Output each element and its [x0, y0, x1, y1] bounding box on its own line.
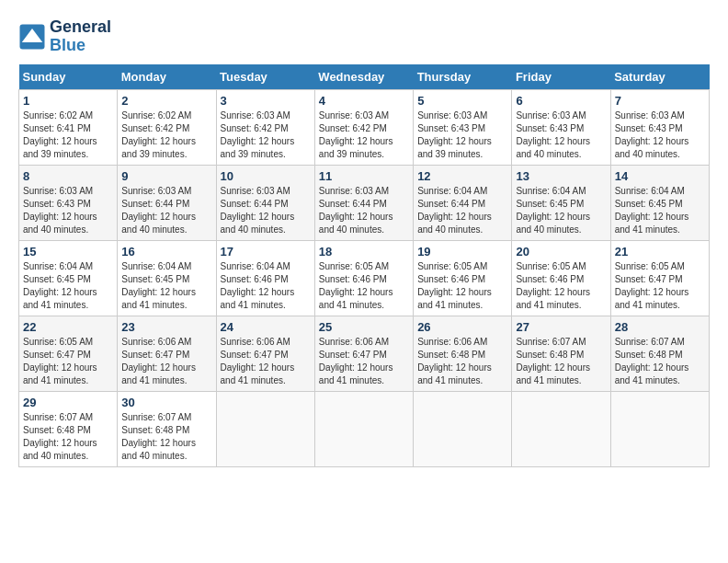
day-number: 26: [417, 320, 507, 334]
weekday-header-sunday: Sunday: [19, 64, 118, 90]
header: GeneralBlue: [18, 18, 710, 55]
weekday-header-friday: Friday: [512, 64, 610, 90]
day-number: 1: [23, 94, 113, 108]
calendar-cell: 23Sunrise: 6:06 AM Sunset: 6:47 PM Dayli…: [118, 316, 216, 391]
day-number: 28: [615, 320, 705, 334]
day-info: Sunrise: 6:03 AM Sunset: 6:43 PM Dayligh…: [615, 109, 705, 161]
calendar-cell: 2Sunrise: 6:02 AM Sunset: 6:42 PM Daylig…: [118, 89, 216, 165]
day-info: Sunrise: 6:02 AM Sunset: 6:42 PM Dayligh…: [121, 109, 211, 161]
calendar-cell: 4Sunrise: 6:03 AM Sunset: 6:42 PM Daylig…: [314, 89, 413, 165]
day-info: Sunrise: 6:03 AM Sunset: 6:43 PM Dayligh…: [23, 185, 113, 236]
day-number: 3: [221, 94, 311, 108]
day-info: Sunrise: 6:02 AM Sunset: 6:41 PM Dayligh…: [23, 109, 113, 161]
calendar-cell: [414, 391, 512, 466]
day-number: 25: [319, 320, 409, 334]
day-info: Sunrise: 6:04 AM Sunset: 6:45 PM Dayligh…: [615, 185, 705, 236]
weekday-header-wednesday: Wednesday: [314, 64, 413, 90]
weekday-header-row: SundayMondayTuesdayWednesdayThursdayFrid…: [19, 64, 710, 90]
calendar-week-row: 8Sunrise: 6:03 AM Sunset: 6:43 PM Daylig…: [19, 165, 710, 240]
day-info: Sunrise: 6:04 AM Sunset: 6:46 PM Dayligh…: [221, 260, 311, 312]
calendar-cell: 11Sunrise: 6:03 AM Sunset: 6:44 PM Dayli…: [314, 165, 413, 240]
calendar-week-row: 1Sunrise: 6:02 AM Sunset: 6:41 PM Daylig…: [19, 89, 710, 165]
day-number: 29: [23, 396, 113, 409]
calendar-cell: 3Sunrise: 6:03 AM Sunset: 6:42 PM Daylig…: [216, 89, 314, 165]
day-info: Sunrise: 6:06 AM Sunset: 6:48 PM Dayligh…: [417, 336, 507, 387]
day-number: 18: [319, 245, 409, 259]
weekday-header-tuesday: Tuesday: [216, 64, 314, 90]
weekday-header-monday: Monday: [118, 64, 216, 90]
calendar-cell: 22Sunrise: 6:05 AM Sunset: 6:47 PM Dayli…: [19, 316, 118, 391]
day-number: 30: [121, 396, 211, 409]
day-info: Sunrise: 6:06 AM Sunset: 6:47 PM Dayligh…: [319, 336, 409, 387]
day-info: Sunrise: 6:06 AM Sunset: 6:47 PM Dayligh…: [221, 336, 311, 387]
day-number: 4: [319, 94, 409, 108]
day-info: Sunrise: 6:07 AM Sunset: 6:48 PM Dayligh…: [615, 336, 705, 387]
day-number: 6: [516, 94, 606, 108]
day-info: Sunrise: 6:07 AM Sunset: 6:48 PM Dayligh…: [121, 411, 211, 463]
calendar-cell: 12Sunrise: 6:04 AM Sunset: 6:44 PM Dayli…: [414, 165, 512, 240]
calendar-table: SundayMondayTuesdayWednesdayThursdayFrid…: [18, 64, 710, 467]
calendar-cell: 1Sunrise: 6:02 AM Sunset: 6:41 PM Daylig…: [19, 89, 118, 165]
calendar-cell: [216, 391, 314, 466]
day-number: 27: [516, 320, 606, 334]
day-info: Sunrise: 6:05 AM Sunset: 6:47 PM Dayligh…: [23, 336, 113, 387]
calendar-cell: 18Sunrise: 6:05 AM Sunset: 6:46 PM Dayli…: [314, 240, 413, 316]
day-number: 7: [615, 94, 705, 108]
calendar-cell: [314, 391, 413, 466]
day-number: 13: [516, 169, 606, 183]
day-info: Sunrise: 6:07 AM Sunset: 6:48 PM Dayligh…: [516, 336, 606, 387]
calendar-cell: 25Sunrise: 6:06 AM Sunset: 6:47 PM Dayli…: [314, 316, 413, 391]
day-info: Sunrise: 6:06 AM Sunset: 6:47 PM Dayligh…: [121, 336, 211, 387]
day-info: Sunrise: 6:03 AM Sunset: 6:44 PM Dayligh…: [121, 185, 211, 236]
day-info: Sunrise: 6:04 AM Sunset: 6:45 PM Dayligh…: [516, 185, 606, 236]
day-number: 8: [23, 169, 113, 183]
calendar-cell: 13Sunrise: 6:04 AM Sunset: 6:45 PM Dayli…: [512, 165, 610, 240]
day-number: 16: [121, 245, 211, 259]
day-number: 10: [221, 169, 311, 183]
calendar-cell: 5Sunrise: 6:03 AM Sunset: 6:43 PM Daylig…: [414, 89, 512, 165]
day-number: 17: [221, 245, 311, 259]
calendar-cell: 8Sunrise: 6:03 AM Sunset: 6:43 PM Daylig…: [19, 165, 118, 240]
day-info: Sunrise: 6:05 AM Sunset: 6:46 PM Dayligh…: [516, 260, 606, 312]
calendar-cell: 6Sunrise: 6:03 AM Sunset: 6:43 PM Daylig…: [512, 89, 610, 165]
calendar-week-row: 29Sunrise: 6:07 AM Sunset: 6:48 PM Dayli…: [19, 391, 710, 466]
day-number: 23: [121, 320, 211, 334]
calendar-cell: 24Sunrise: 6:06 AM Sunset: 6:47 PM Dayli…: [216, 316, 314, 391]
calendar-cell: 7Sunrise: 6:03 AM Sunset: 6:43 PM Daylig…: [610, 89, 709, 165]
calendar-body: 1Sunrise: 6:02 AM Sunset: 6:41 PM Daylig…: [19, 89, 710, 466]
calendar-cell: 27Sunrise: 6:07 AM Sunset: 6:48 PM Dayli…: [512, 316, 610, 391]
day-info: Sunrise: 6:05 AM Sunset: 6:46 PM Dayligh…: [417, 260, 507, 312]
calendar-cell: 26Sunrise: 6:06 AM Sunset: 6:48 PM Dayli…: [414, 316, 512, 391]
calendar-cell: 17Sunrise: 6:04 AM Sunset: 6:46 PM Dayli…: [216, 240, 314, 316]
day-info: Sunrise: 6:04 AM Sunset: 6:45 PM Dayligh…: [23, 260, 113, 312]
calendar-cell: 16Sunrise: 6:04 AM Sunset: 6:45 PM Dayli…: [118, 240, 216, 316]
calendar-cell: [610, 391, 709, 466]
logo-icon: [18, 23, 46, 51]
day-number: 11: [319, 169, 409, 183]
day-number: 24: [221, 320, 311, 334]
day-number: 5: [417, 94, 507, 108]
calendar-cell: [512, 391, 610, 466]
day-info: Sunrise: 6:05 AM Sunset: 6:47 PM Dayligh…: [615, 260, 705, 312]
day-info: Sunrise: 6:03 AM Sunset: 6:42 PM Dayligh…: [221, 109, 311, 161]
day-info: Sunrise: 6:05 AM Sunset: 6:46 PM Dayligh…: [319, 260, 409, 312]
day-info: Sunrise: 6:04 AM Sunset: 6:44 PM Dayligh…: [417, 185, 507, 236]
calendar-week-row: 22Sunrise: 6:05 AM Sunset: 6:47 PM Dayli…: [19, 316, 710, 391]
calendar-cell: 15Sunrise: 6:04 AM Sunset: 6:45 PM Dayli…: [19, 240, 118, 316]
day-info: Sunrise: 6:03 AM Sunset: 6:42 PM Dayligh…: [319, 109, 409, 161]
calendar-cell: 28Sunrise: 6:07 AM Sunset: 6:48 PM Dayli…: [610, 316, 709, 391]
day-info: Sunrise: 6:03 AM Sunset: 6:44 PM Dayligh…: [319, 185, 409, 236]
weekday-header-thursday: Thursday: [414, 64, 512, 90]
day-number: 12: [417, 169, 507, 183]
day-number: 2: [121, 94, 211, 108]
day-number: 21: [615, 245, 705, 259]
day-info: Sunrise: 6:07 AM Sunset: 6:48 PM Dayligh…: [23, 411, 113, 463]
day-info: Sunrise: 6:04 AM Sunset: 6:45 PM Dayligh…: [121, 260, 211, 312]
weekday-header-saturday: Saturday: [610, 64, 709, 90]
day-info: Sunrise: 6:03 AM Sunset: 6:43 PM Dayligh…: [417, 109, 507, 161]
day-info: Sunrise: 6:03 AM Sunset: 6:43 PM Dayligh…: [516, 109, 606, 161]
calendar-cell: 10Sunrise: 6:03 AM Sunset: 6:44 PM Dayli…: [216, 165, 314, 240]
day-number: 9: [121, 169, 211, 183]
calendar-week-row: 15Sunrise: 6:04 AM Sunset: 6:45 PM Dayli…: [19, 240, 710, 316]
calendar-cell: 30Sunrise: 6:07 AM Sunset: 6:48 PM Dayli…: [118, 391, 216, 466]
